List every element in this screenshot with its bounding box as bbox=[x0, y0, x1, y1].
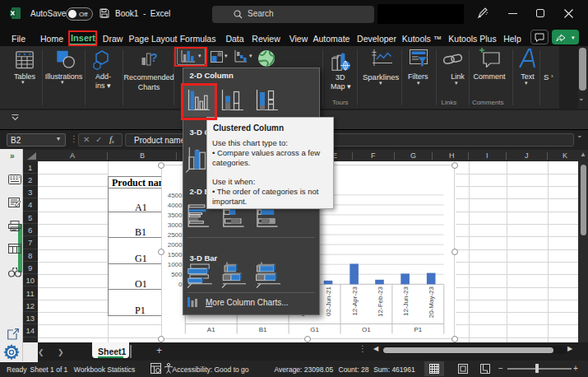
svg-text:3500: 3500 bbox=[168, 212, 183, 219]
svg-text:1000: 1000 bbox=[168, 261, 183, 268]
svg-text:P1: P1 bbox=[414, 326, 422, 333]
svg-text:?: ? bbox=[150, 51, 158, 64]
svg-text:12-Feb-23: 12-Feb-23 bbox=[377, 286, 384, 316]
svg-text:12-Jun-23: 12-Jun-23 bbox=[402, 286, 410, 316]
svg-text:O1: O1 bbox=[362, 326, 371, 333]
svg-text:500: 500 bbox=[171, 271, 183, 278]
svg-text:A1: A1 bbox=[207, 326, 215, 333]
svg-text:B1: B1 bbox=[259, 326, 267, 333]
svg-text:2000: 2000 bbox=[168, 241, 183, 249]
svg-text:20-May-23: 20-May-23 bbox=[428, 286, 435, 318]
svg-text:2500: 2500 bbox=[168, 231, 183, 239]
svg-text:3000: 3000 bbox=[168, 221, 183, 229]
svg-text:4000: 4000 bbox=[168, 202, 183, 209]
svg-text:G1: G1 bbox=[310, 326, 319, 333]
svg-text:02-Jun-21: 02-Jun-21 bbox=[325, 286, 332, 316]
svg-text:4500: 4500 bbox=[168, 192, 183, 199]
svg-text:12-Apr-23: 12-Apr-23 bbox=[351, 286, 359, 315]
svg-text:1500: 1500 bbox=[168, 251, 183, 258]
